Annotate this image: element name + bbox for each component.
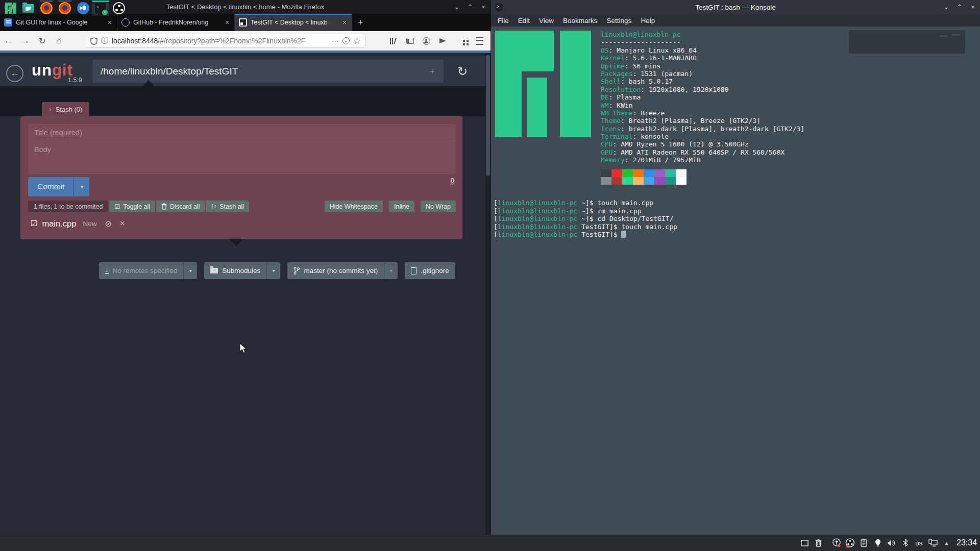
commit-dropdown-caret-icon[interactable]: ▾ — [74, 184, 89, 190]
url-host: localhost:8448 — [112, 37, 158, 45]
tray-network-icon[interactable] — [926, 539, 940, 547]
tray-updates-icon[interactable] — [829, 538, 843, 547]
tray-expand-icon[interactable]: ▲ — [940, 540, 953, 546]
close-icon[interactable]: × — [479, 3, 487, 11]
commit-title-input[interactable] — [28, 124, 456, 141]
tab-google-search[interactable]: Git GUI for linux - Google × — [0, 14, 117, 31]
menu-view[interactable]: View — [534, 17, 558, 24]
scrollbar-thumb[interactable] — [486, 55, 490, 176]
tray-color-temperature-icon[interactable] — [871, 539, 885, 547]
menu-bookmarks[interactable]: Bookmarks — [558, 17, 602, 24]
url-text[interactable]: localhost:8448/#/repository?path=%2Fhome… — [112, 37, 328, 45]
menu-edit[interactable]: Edit — [513, 17, 534, 24]
staged-file-row[interactable]: ☑ main.cpp New ⊘ × — [31, 218, 125, 229]
tray-volume-icon[interactable] — [885, 539, 898, 547]
neofetch-line: WM Theme: Breeze — [601, 109, 804, 117]
menu-hamburger-icon[interactable] — [473, 31, 486, 51]
pocket-icon[interactable]: ⌄ — [342, 37, 350, 44]
discard-all-label: Discard all — [170, 203, 200, 210]
remotes-button[interactable]: ↓ No remotes specified ▾ — [99, 262, 197, 279]
tray-trash-icon[interactable] — [812, 539, 825, 547]
keyboard-layout-indicator[interactable]: us — [912, 539, 926, 547]
tab-testgit-active[interactable]: TestGIT < Desktop < linuxb × — [235, 14, 352, 31]
remove-file-icon[interactable]: × — [120, 218, 125, 229]
new-tab-button[interactable]: + — [352, 14, 369, 31]
no-wrap-button[interactable]: No Wrap — [421, 201, 456, 212]
submodules-button[interactable]: Submodules ▾ — [204, 262, 280, 279]
bookmark-star-icon[interactable]: ☆ — [353, 36, 361, 46]
firefox-titlebar[interactable]: TestGIT < Desktop < linuxbln < home - Mo… — [0, 0, 491, 14]
refresh-icon[interactable]: ↻ — [457, 64, 468, 79]
terminal-screen[interactable]: linuxbln@linuxbln-pc -------------------… — [491, 27, 980, 535]
maximize-icon[interactable]: ⌃ — [466, 3, 474, 11]
discard-all-button[interactable]: Discard all — [156, 201, 205, 212]
branch-button[interactable]: master (no commits yet) ▾ — [287, 262, 398, 279]
site-info-icon[interactable]: ⓘ — [101, 36, 108, 45]
back-circle-button[interactable]: ← — [6, 65, 23, 82]
minimize-icon[interactable]: ⌄ — [942, 3, 950, 11]
close-icon[interactable]: × — [969, 3, 977, 11]
file-checkbox-icon[interactable]: ☑ — [31, 219, 37, 228]
menu-settings[interactable]: Settings — [602, 17, 636, 24]
tray-window-icon[interactable] — [798, 540, 812, 546]
tab-close-icon[interactable]: × — [341, 18, 348, 27]
gitignore-button[interactable]: .gitignore — [405, 262, 455, 279]
firefox-window: TestGIT < Desktop < linuxbln < home - Mo… — [0, 0, 491, 535]
stash-toggle[interactable]: › Stash (0) — [42, 102, 89, 116]
extensions-grid-icon[interactable] — [457, 31, 471, 51]
minimize-icon[interactable]: ⌄ — [453, 3, 461, 11]
fetch-download-icon: ↓ — [105, 267, 109, 274]
palette-swatch — [644, 177, 654, 185]
palette-swatch — [601, 169, 611, 177]
toggle-all-button[interactable]: ☑ Toggle all — [109, 201, 155, 212]
prompt-line: [linuxbln@linuxbln-pc ~]$ touch main.cpp — [494, 199, 677, 207]
submodules-caret-icon[interactable]: ▾ — [267, 268, 280, 273]
tray-bluetooth-icon[interactable] — [898, 539, 912, 547]
discard-file-icon[interactable]: ⊘ — [105, 219, 111, 229]
taskbar-clock[interactable]: 23:34 — [957, 535, 977, 551]
file-name[interactable]: main.cpp — [42, 219, 76, 229]
tab-close-icon[interactable]: × — [224, 18, 230, 27]
remotes-label: No remotes specified — [113, 267, 178, 274]
remotes-caret-icon[interactable]: ▾ — [184, 268, 197, 273]
taskbar-thunderbird[interactable] — [75, 1, 92, 16]
commit-body-textarea[interactable] — [28, 141, 456, 174]
commit-button[interactable]: Commit ▾ — [28, 177, 89, 196]
sidebar-icon[interactable] — [403, 31, 416, 51]
app-launcher-manjaro[interactable] — [2, 1, 19, 16]
forward-icon[interactable]: → — [17, 36, 34, 46]
branch-caret-icon[interactable]: ▾ — [384, 268, 398, 273]
repository-path-input[interactable] — [92, 60, 444, 83]
taskbar-firefox-2[interactable] — [56, 1, 74, 16]
tab-close-icon[interactable]: × — [107, 18, 113, 27]
tracking-shield-icon[interactable] — [90, 37, 97, 45]
page-actions-icon[interactable]: ⋯ — [332, 37, 339, 45]
url-bar[interactable]: ⓘ localhost:8448/#/repository?path=%2Fho… — [86, 34, 365, 48]
menu-file[interactable]: File — [493, 17, 513, 24]
taskbar-firefox-1[interactable] — [38, 1, 55, 16]
reload-icon[interactable]: ↻ — [34, 36, 51, 46]
strip-arrow-decoration — [143, 80, 154, 86]
tray-obs-icon[interactable] — [843, 538, 857, 548]
hide-whitespace-button[interactable]: Hide Whitespace — [325, 201, 383, 212]
toggle-all-label: Toggle all — [123, 203, 150, 210]
back-icon[interactable]: ← — [0, 36, 17, 46]
inline-button[interactable]: Inline — [389, 201, 414, 212]
taskbar-obs[interactable] — [110, 1, 128, 16]
neofetch-host: linuxbln@linuxbln-pc — [601, 31, 804, 38]
taskbar-konsole-active[interactable]: › — [92, 1, 109, 16]
menu-help[interactable]: Help — [636, 17, 659, 24]
account-icon[interactable] — [420, 31, 433, 51]
send-tab-icon[interactable] — [436, 31, 449, 51]
add-path-icon[interactable]: + — [430, 66, 435, 77]
maximize-icon[interactable]: ⌃ — [955, 3, 964, 11]
library-icon[interactable] — [386, 31, 399, 51]
page-scrollbar[interactable] — [485, 53, 491, 535]
firefox-tabbar: Git GUI for linux - Google × GitHub - Fr… — [0, 14, 491, 31]
konsole-titlebar[interactable]: >_ TestGIT : bash — Konsole ⌄ ⌃ × — [491, 0, 980, 14]
stash-all-button[interactable]: ⚐ Stash all — [206, 201, 249, 212]
home-icon[interactable]: ⌂ — [51, 36, 67, 46]
tab-github[interactable]: GitHub - FredrikNoren/ung × — [117, 14, 235, 31]
taskbar-dolphin[interactable] — [19, 1, 37, 16]
tray-clipboard-icon[interactable] — [857, 539, 871, 547]
